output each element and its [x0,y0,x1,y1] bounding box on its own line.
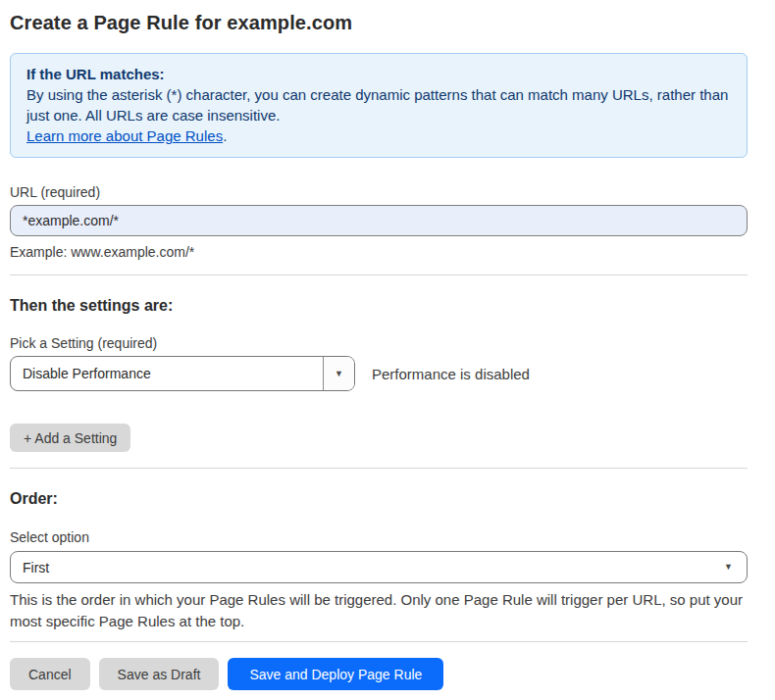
setting-select-value: Disable Performance [11,357,323,390]
divider [10,468,748,469]
order-section-heading: Order: [10,489,748,509]
settings-section-heading: Then the settings are: [10,296,748,316]
link-suffix: . [223,127,227,144]
pick-setting-label: Pick a Setting (required) [10,334,748,352]
divider [10,641,748,642]
setting-select[interactable]: Disable Performance ▼ [10,356,355,391]
setting-status-text: Performance is disabled [372,366,530,382]
chevron-down-icon: ▼ [335,370,343,378]
order-select-label: Select option [10,528,748,546]
info-box-body: By using the asterisk (*) character, you… [26,84,731,125]
url-example-text: Example: www.example.com/* [10,243,748,261]
setting-select-caret-button[interactable]: ▼ [323,357,354,390]
url-match-info-box: If the URL matches: By using the asteris… [10,53,748,158]
url-input[interactable] [10,205,748,236]
order-select-value: First [23,560,724,575]
info-box-heading: If the URL matches: [26,64,731,84]
order-select[interactable]: First ▼ [10,551,748,583]
setting-row: Disable Performance ▼ Performance is dis… [10,356,748,391]
url-field-label: URL (required) [10,183,748,201]
info-box-link-line: Learn more about Page Rules. [26,125,731,146]
cancel-button[interactable]: Cancel [10,658,90,690]
add-setting-button[interactable]: + Add a Setting [10,424,130,452]
page-title: Create a Page Rule for example.com [10,0,748,34]
save-as-draft-button[interactable]: Save as Draft [99,658,220,690]
footer-actions: Cancel Save as Draft Save and Deploy Pag… [10,658,748,690]
save-and-deploy-button[interactable]: Save and Deploy Page Rule [228,658,443,690]
order-help-text: This is the order in which your Page Rul… [10,589,748,632]
learn-more-link[interactable]: Learn more about Page Rules [26,127,223,144]
divider [10,275,748,275]
chevron-down-icon: ▼ [724,563,733,572]
page-rule-form: Create a Page Rule for example.com If th… [10,0,748,690]
